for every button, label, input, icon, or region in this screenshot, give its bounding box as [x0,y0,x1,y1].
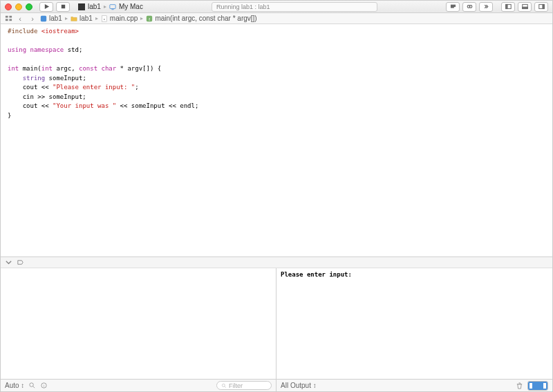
activity-text: Running lab1 : lab1 [216,3,270,10]
svg-rect-5 [451,6,455,7]
jump-project-label: lab1 [49,15,62,22]
activity-area: Running lab1 : lab1 [146,2,443,12]
svg-line-29 [225,386,226,387]
toggle-navigator-button[interactable] [501,2,515,12]
chevron-right-icon: ▸ [140,15,143,21]
debug-bottom-bar: Auto ↕ i Filter All Output ↕ [1,379,552,391]
toggle-debug-area-button[interactable] [518,2,532,12]
run-button[interactable] [39,2,53,12]
svg-text:i: i [44,384,44,388]
print-description-icon[interactable]: i [40,382,48,389]
standard-editor-button[interactable] [446,2,460,12]
variables-bottom-bar: Auto ↕ i Filter [1,380,276,391]
activity-viewer[interactable]: Running lab1 : lab1 [212,2,377,12]
chevron-right-icon: ▸ [65,15,68,21]
svg-rect-6 [451,7,453,8]
jump-symbol-label: main(int argc, const char * argv[]) [155,15,256,22]
svg-rect-1 [61,5,64,8]
toolbar-right [446,2,548,12]
svg-rect-17 [6,19,8,21]
console-output: Please enter input: [281,271,352,278]
svg-rect-10 [505,5,507,9]
variables-view[interactable] [1,268,276,379]
svg-rect-12 [522,7,527,8]
zoom-window-button[interactable] [26,3,32,10]
filter-placeholder: Filter [229,382,243,389]
debug-area: Please enter input: Auto ↕ i Filter All … [1,256,552,391]
quicklook-icon[interactable] [28,382,36,389]
svg-text:c: c [104,17,105,20]
forward-button[interactable]: › [28,14,37,24]
console-bottom-bar: All Output ↕ [276,380,552,391]
filter-icon [221,383,227,389]
debug-toolbar [1,257,552,268]
svg-line-25 [33,386,35,388]
hide-debug-icon[interactable] [5,259,12,266]
svg-rect-16 [9,16,12,18]
jump-bar: ‹ › lab1 ▸ lab1 ▸ c main.cpp ▸ f main(in… [1,13,552,24]
project-icon [40,15,47,22]
svg-rect-19 [41,15,46,21]
xcode-window: lab1 ▸ My Mac Running lab1 : lab1 [0,0,553,392]
jump-symbol[interactable]: f main(int argc, const char * argv[]) [146,15,256,22]
chevron-right-icon: ▸ [104,3,106,10]
jump-file-label: main.cpp [110,15,138,22]
close-window-button[interactable] [5,3,12,10]
titlebar: lab1 ▸ My Mac Running lab1 : lab1 [1,1,552,13]
jump-folder[interactable]: lab1 [71,15,93,22]
folder-icon [71,15,77,22]
svg-point-8 [469,6,472,8]
version-editor-button[interactable] [479,2,493,12]
scheme-device-label: My Mac [119,3,143,10]
toggle-utilities-button[interactable] [534,2,548,12]
stop-button[interactable] [56,2,70,12]
jump-project[interactable]: lab1 [40,15,62,22]
svg-rect-31 [543,383,546,389]
svg-rect-14 [543,5,544,9]
back-button[interactable]: ‹ [15,14,25,24]
breakpoints-icon[interactable] [17,259,24,266]
minimize-window-button[interactable] [15,3,22,10]
assistant-editor-button[interactable] [462,2,476,12]
function-icon: f [146,15,153,22]
cpp-file-icon: c [101,15,108,22]
scheme-selector[interactable]: lab1 ▸ My Mac [78,3,143,10]
console-view[interactable]: Please enter input: [276,268,552,379]
jump-folder-label: lab1 [79,15,93,22]
debug-body: Please enter input: [1,268,552,379]
source-editor[interactable]: #include <iostream> using namespace std;… [1,24,552,256]
svg-rect-3 [111,9,113,10]
related-items-icon[interactable] [5,15,12,22]
variables-filter[interactable]: Filter [216,381,272,390]
target-icon [78,3,85,10]
chevron-right-icon: ▸ [95,15,98,21]
svg-rect-15 [6,16,8,18]
window-controls [5,3,32,10]
device-icon [109,3,116,10]
output-scope-selector[interactable]: All Output ↕ [281,382,317,389]
trash-icon[interactable] [516,382,523,389]
show-console-button[interactable] [538,382,547,390]
svg-marker-0 [44,4,48,9]
show-variables-button[interactable] [528,382,538,390]
debug-panel-toggle [527,381,548,391]
jump-file[interactable]: c main.cpp [101,15,138,22]
auto-scope-selector[interactable]: Auto ↕ [5,382,24,389]
svg-rect-2 [110,4,115,8]
svg-rect-30 [529,383,532,389]
svg-rect-4 [451,5,455,6]
scheme-target-label: lab1 [88,3,101,10]
svg-rect-18 [9,19,12,21]
